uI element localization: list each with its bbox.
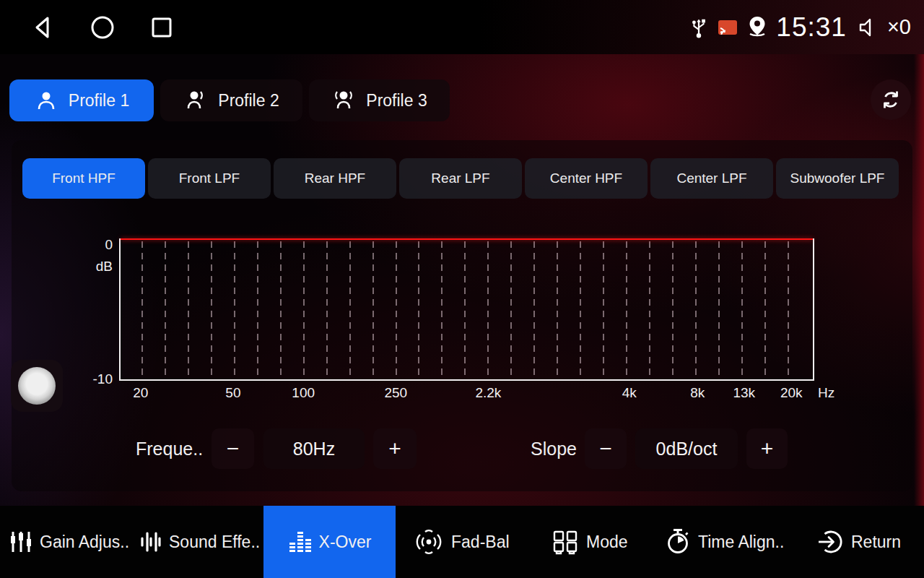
nav-xover[interactable]: X-Over: [263, 506, 396, 578]
nav-label: Gain Adjus..: [40, 532, 129, 552]
chart-gridline: [326, 241, 328, 377]
chart-gridline: [396, 241, 397, 377]
nav-label: Fad-Bal: [451, 532, 510, 552]
clock: 15:31: [776, 12, 847, 43]
slope-plus-button[interactable]: +: [746, 428, 788, 469]
x-tick-label: 8k: [690, 385, 705, 401]
x-tick-label: 20k: [780, 385, 803, 401]
nav-return[interactable]: Return: [816, 506, 901, 578]
chart-gridline: [718, 241, 720, 377]
home-button[interactable]: [77, 0, 128, 54]
tab-label: Front HPF: [52, 171, 116, 186]
chart-gridline: [741, 241, 743, 377]
slope-value: 0dB/oct: [635, 428, 738, 469]
volume-muted-icon: [858, 17, 880, 38]
chart-gridline: [487, 241, 489, 377]
status-tray: 15:31 ×0: [688, 0, 911, 54]
chart-gridline: [649, 241, 650, 377]
y-axis-max-label: 0: [81, 237, 113, 253]
chart-gridline: [188, 241, 189, 377]
recents-icon: [149, 15, 174, 40]
chart-x-labels: 20501002502.2k4k8k13k20k: [119, 385, 814, 404]
chart-gridline: [349, 241, 351, 377]
tab-label: Subwoofer LPF: [790, 171, 885, 186]
fader-balance-icon: [413, 527, 445, 556]
chart-gridline: [141, 241, 143, 377]
chart-gridline: [510, 241, 512, 377]
tab-label: Rear HPF: [305, 171, 365, 186]
sync-icon: [879, 88, 902, 111]
reset-profile-button[interactable]: [871, 79, 911, 120]
x-tick-label: 20: [133, 385, 148, 401]
tab-front-lpf[interactable]: Front LPF: [148, 158, 271, 199]
nav-gain-adjust[interactable]: Gain Adjus..: [9, 506, 129, 578]
adjust-knob[interactable]: [11, 360, 63, 412]
chart-gridline: [303, 241, 305, 377]
nav-sound-effects[interactable]: Sound Effe..: [139, 506, 260, 578]
edge-glow: [914, 54, 924, 506]
tab-front-hpf[interactable]: Front HPF: [22, 158, 145, 199]
nav-fad-bal[interactable]: Fad-Bal: [413, 506, 510, 578]
y-axis-unit-label: dB: [81, 259, 113, 275]
nav-time-alignment[interactable]: Time Align..: [664, 506, 784, 578]
y-axis-min-label: -10: [81, 371, 113, 387]
xover-bars-icon: [288, 529, 313, 555]
chart-gridline: [672, 241, 674, 377]
x-tick-label: 4k: [622, 385, 637, 401]
nav-label: X-Over: [319, 532, 372, 552]
profile-tab-label: Profile 3: [366, 91, 427, 111]
response-curve-0db: [121, 238, 813, 240]
slope-label: Slope: [531, 428, 577, 469]
chart-gridline: [580, 241, 581, 377]
profile-person-icon: [331, 88, 356, 113]
tab-center-hpf[interactable]: Center HPF: [525, 158, 648, 199]
volume-level: ×0: [887, 15, 911, 39]
sound-effects-icon: [139, 529, 162, 555]
nav-mode[interactable]: Mode: [551, 506, 628, 578]
chart-plot: [119, 238, 814, 381]
chart-gridline: [418, 241, 419, 377]
tab-rear-lpf[interactable]: Rear LPF: [399, 158, 522, 199]
chart-gridline: [788, 241, 789, 377]
tab-rear-hpf[interactable]: Rear HPF: [274, 158, 396, 199]
nav-label: Sound Effe..: [169, 532, 260, 552]
profile-tab-2[interactable]: Profile 2: [160, 79, 302, 121]
chart-gridline: [603, 241, 604, 377]
chart-gridline: [764, 241, 766, 377]
frequency-minus-button[interactable]: −: [212, 428, 254, 469]
tab-subwoofer-lpf[interactable]: Subwoofer LPF: [776, 158, 899, 199]
chart-gridline: [211, 241, 212, 377]
chart-gridline: [464, 241, 466, 377]
back-button[interactable]: [18, 0, 69, 54]
slope-minus-button[interactable]: −: [585, 428, 627, 469]
profile-tab-1[interactable]: Profile 1: [9, 79, 154, 121]
chart-gridline: [257, 241, 258, 377]
x-tick-label: 250: [384, 385, 407, 401]
chart-gridline: [165, 241, 166, 377]
nav-label: Return: [851, 532, 901, 552]
x-axis-unit-label: Hz: [818, 385, 834, 401]
chart-gridline: [441, 241, 443, 377]
profile-tab-3[interactable]: Profile 3: [309, 79, 450, 121]
chart-gridline: [533, 241, 535, 377]
recents-button[interactable]: [136, 0, 187, 54]
profile-person-icon: [183, 88, 208, 113]
time-alignment-icon: [664, 527, 692, 556]
chart-gridline: [372, 241, 374, 377]
back-icon: [30, 14, 56, 40]
cast-icon: [717, 18, 738, 37]
frequency-plus-button[interactable]: +: [373, 428, 417, 469]
chart-gridline: [626, 241, 627, 377]
mode-grid-icon: [551, 527, 580, 556]
chart-gridline: [557, 241, 558, 377]
profile-tab-label: Profile 1: [69, 91, 129, 111]
frequency-value: 80Hz: [263, 428, 365, 469]
tab-label: Center HPF: [550, 171, 622, 186]
tab-label: Rear LPF: [431, 171, 489, 186]
home-icon: [90, 14, 116, 40]
usb-icon: [688, 15, 710, 40]
tab-center-lpf[interactable]: Center LPF: [650, 158, 773, 199]
status-bar: 15:31 ×0: [0, 0, 924, 54]
tab-label: Front LPF: [179, 171, 240, 186]
nav-label: Time Align..: [698, 532, 784, 552]
